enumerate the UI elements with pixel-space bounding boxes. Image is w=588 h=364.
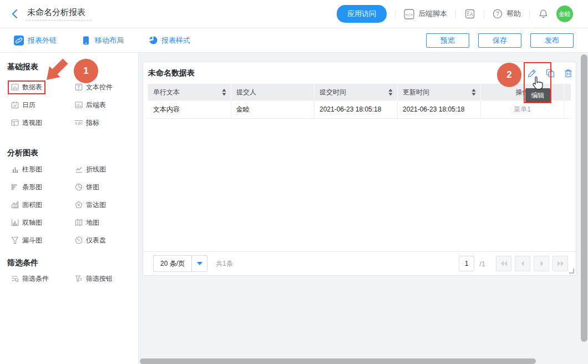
sidebar-item-label: 雷达图 <box>86 200 106 210</box>
sidebar-item-label: 折线图 <box>86 165 106 174</box>
avatar[interactable]: 金睦 <box>556 6 573 22</box>
column-header-filler <box>564 84 571 100</box>
backend-script-button[interactable]: </> 后端脚本 <box>404 9 447 19</box>
sidebar-item-radar-chart[interactable]: 雷达图 <box>75 200 138 209</box>
table-row: 文本内容 金睦 2021-06-23 18:05:18 2021-06-23 1… <box>148 100 571 119</box>
sidebar-item-filter-button[interactable]: 筛选按钮 <box>75 274 138 283</box>
resize-handle[interactable] <box>569 269 574 274</box>
svg-text:A: A <box>470 12 473 17</box>
page-size-caret[interactable] <box>191 256 207 271</box>
backend-script-label: 后端脚本 <box>418 9 447 19</box>
data-table: 单行文本 提交人 提交时间 更新时间 操作 文本内容 金睦 2021-06-23… <box>148 84 571 119</box>
section-title-filter-conditions: 筛选条件 <box>7 258 138 267</box>
widget-title: 未命名数据表 <box>148 68 195 78</box>
annotation-step-1: 1 <box>74 59 98 83</box>
cell-submitter: 金睦 <box>231 100 315 118</box>
sidebar-item-column-chart[interactable]: 柱形图 <box>11 165 75 174</box>
sidebar-item-backend-table[interactable]: 后端表 <box>75 100 138 109</box>
sidebar-item-filter-condition[interactable]: 筛选条件 <box>11 274 75 283</box>
sidebar-item-gauge[interactable]: 仪表盘 <box>75 236 138 245</box>
line-chart-icon <box>75 165 83 173</box>
pagination-bar: 20 条/页 共1条 1 /1 <box>143 251 576 275</box>
sidebar-item-area-chart[interactable]: 面积图 <box>11 200 75 209</box>
report-title[interactable]: 未命名分析报表 <box>26 7 91 21</box>
save-button[interactable]: 保存 <box>478 33 521 48</box>
bar-chart-icon <box>11 183 19 191</box>
report-style-button[interactable]: 报表样式 <box>148 36 190 46</box>
back-button[interactable] <box>11 9 18 19</box>
report-external-link-label: 报表外链 <box>28 36 57 46</box>
sidebar-item-label: 面积图 <box>22 200 42 210</box>
chevron-right-icon <box>538 260 545 267</box>
notifications-button[interactable] <box>538 9 549 19</box>
trash-icon[interactable] <box>564 69 572 78</box>
sidebar-item-map[interactable]: 地图 <box>75 218 138 227</box>
help-label: 帮助 <box>506 9 521 19</box>
annotation-step-2: 2 <box>497 63 521 87</box>
area-chart-icon <box>11 201 19 209</box>
preview-button[interactable]: 预览 <box>426 33 469 48</box>
sidebar-item-funnel-chart[interactable]: 漏斗图 <box>11 236 75 245</box>
page-size-select[interactable]: 20 条/页 <box>153 255 207 272</box>
data-table-icon <box>11 83 19 91</box>
cell-submit-time: 2021-06-23 18:05:18 <box>315 100 398 118</box>
gauge-icon <box>75 236 83 244</box>
column-header-action: 操作 <box>481 84 564 100</box>
prev-page-button[interactable] <box>515 256 530 271</box>
section-title-analysis-charts: 分析图表 <box>7 148 138 157</box>
next-page-button[interactable] <box>534 256 549 271</box>
sidebar-item-data-table[interactable]: 数据表 <box>11 83 75 92</box>
chevron-left-icon <box>11 9 18 19</box>
sidebar-item-dual-axis-chart[interactable]: 双轴图 <box>11 218 75 227</box>
map-icon <box>75 219 83 226</box>
help-button[interactable]: ? 帮助 <box>493 9 521 19</box>
horizontal-scrollbar[interactable] <box>140 358 536 364</box>
sidebar-item-label: 柱形图 <box>22 165 42 174</box>
sidebar-item-label: 后端表 <box>86 100 106 110</box>
mobile-layout-button[interactable]: 移动布局 <box>81 36 124 46</box>
cell-action-menu[interactable]: 菜单1 <box>481 100 564 118</box>
double-chevron-right-icon <box>557 260 564 267</box>
sort-icon[interactable] <box>222 89 226 96</box>
column-header-submit-time[interactable]: 提交时间 <box>315 84 398 100</box>
first-page-button[interactable] <box>496 256 511 271</box>
sidebar-item-pivot[interactable]: 透视图 <box>11 118 75 127</box>
double-chevron-left-icon <box>500 260 508 267</box>
column-header-submitter: 提交人 <box>231 84 315 100</box>
sidebar-item-text-widget[interactable]: 文本控件 <box>75 83 138 92</box>
column-header-text[interactable]: 单行文本 <box>148 84 231 100</box>
sidebar-item-label: 漏斗图 <box>22 236 42 245</box>
sidebar-item-calendar[interactable]: 日历 <box>11 100 75 109</box>
sidebar-item-label: 日历 <box>22 100 36 110</box>
sidebar-item-label: 筛选按钮 <box>86 274 113 284</box>
vertical-scrollbar[interactable] <box>581 54 587 342</box>
data-table-widget-panel[interactable]: 未命名数据表 单行文本 提交人 提交时间 更新时间 操 <box>143 62 576 276</box>
chevron-left-icon <box>519 260 526 267</box>
sidebar-item-label: 筛选条件 <box>22 274 49 284</box>
question-icon: ? <box>493 9 503 19</box>
sidebar-item-label: 数据表 <box>22 83 42 92</box>
current-page-box[interactable]: 1 <box>459 256 474 271</box>
publish-button[interactable]: 发布 <box>530 33 574 48</box>
report-style-label: 报表样式 <box>161 36 190 46</box>
sort-icon[interactable] <box>472 89 476 96</box>
column-header-update-time[interactable]: 更新时间 <box>398 84 481 100</box>
sidebar-item-bar-chart[interactable]: 条形图 <box>11 183 75 191</box>
cell-text: 文本内容 <box>148 100 231 118</box>
text-widget-icon <box>75 83 83 91</box>
sort-icon[interactable] <box>388 89 393 96</box>
sidebar-item-line-chart[interactable]: 折线图 <box>75 165 138 174</box>
translate-button[interactable]: A <box>464 8 475 19</box>
mobile-layout-label: 移动布局 <box>95 36 124 46</box>
sidebar-item-pie-chart[interactable]: 饼图 <box>75 183 138 191</box>
divider <box>484 10 484 18</box>
bell-icon <box>538 9 549 19</box>
sidebar-item-metric[interactable]: 4,80 指标 <box>75 118 138 127</box>
last-page-button[interactable] <box>552 256 568 271</box>
pager-controls: 1 /1 <box>459 256 576 271</box>
pie-chart-icon <box>75 183 83 191</box>
app-access-button[interactable]: 应用访问 <box>337 5 387 23</box>
filter-button-icon <box>75 275 83 282</box>
report-external-link-button[interactable]: 报表外链 <box>14 36 57 46</box>
calendar-icon <box>11 101 19 109</box>
